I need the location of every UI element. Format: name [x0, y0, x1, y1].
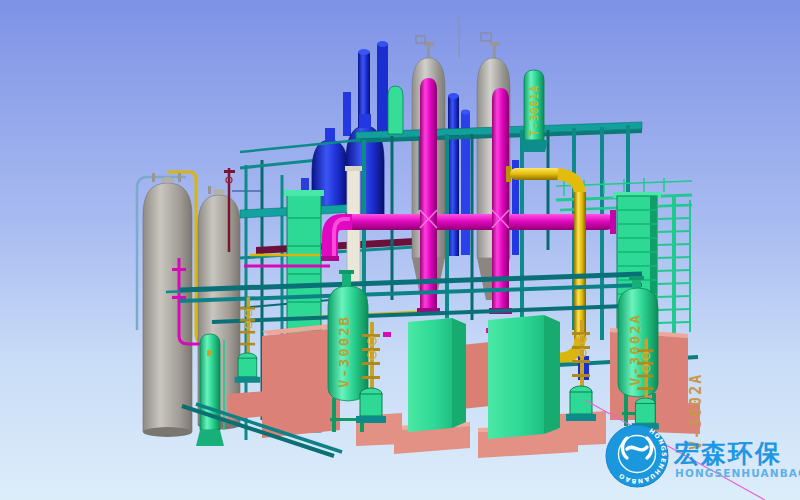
yellow-header [510, 168, 562, 180]
yellow-riser [574, 192, 586, 340]
blue-pipe-cluster [448, 96, 459, 256]
magenta-header [332, 214, 614, 230]
storage-tank-a [143, 183, 192, 432]
plant-render-viewport: T-3001A [0, 0, 800, 500]
blue-column-rear-2 [377, 44, 388, 136]
magenta-riser-1 [420, 78, 437, 314]
green-column-small [388, 86, 403, 134]
column-label-t3001a: T-3001A [528, 85, 540, 136]
left-foreground-column [196, 334, 224, 446]
vessel-label-v3002b: V-3002B [336, 315, 352, 388]
plant-3d-scene: T-3001A [0, 0, 800, 500]
green-block-1 [408, 318, 452, 432]
company-name-en: HONGSENHUANBAO [675, 467, 800, 479]
company-name-cn: 宏森环保 [673, 439, 782, 468]
green-block-2 [488, 315, 544, 439]
